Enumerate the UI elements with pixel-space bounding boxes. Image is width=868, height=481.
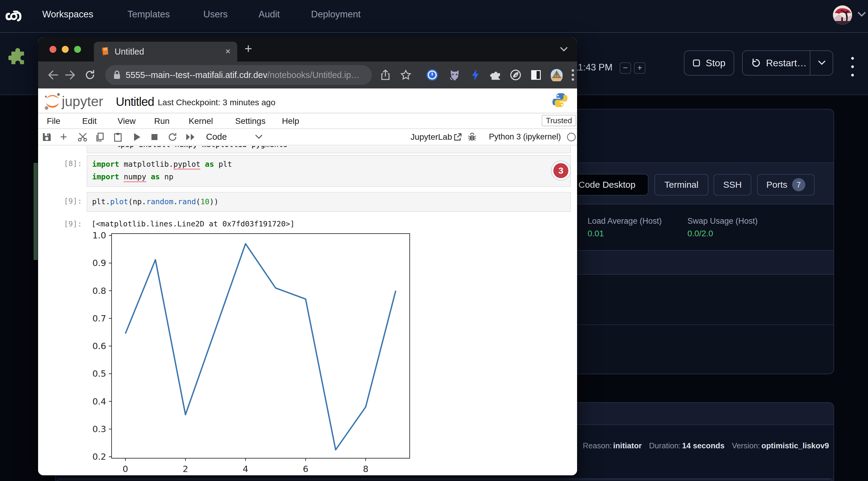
nav-item-workspaces[interactable]: Workspaces (42, 9, 93, 20)
cell8-prompt: [8]: (64, 157, 82, 170)
svg-text:1.0: 1.0 (92, 230, 106, 241)
paste-cell-icon[interactable] (110, 129, 126, 145)
github-extension-icon[interactable] (446, 62, 463, 89)
forward-icon[interactable] (62, 62, 79, 89)
svg-text:6: 6 (303, 464, 308, 474)
puzzle-extension-icon[interactable] (487, 62, 504, 89)
reload-icon[interactable] (82, 62, 98, 89)
terminal-button-label: Terminal (664, 180, 698, 190)
back-icon[interactable] (44, 62, 61, 89)
user-menu-chevron-icon[interactable] (857, 11, 866, 18)
nav-item-templates[interactable]: Templates (127, 9, 170, 20)
maximize-window-button[interactable] (74, 46, 81, 53)
nav-item-deployment[interactable]: Deployment (311, 9, 361, 20)
new-tab-button[interactable]: + (244, 41, 252, 56)
browser-tab[interactable]: Untitled × (94, 42, 237, 62)
stop-workspace-button[interactable]: Stop (684, 51, 734, 75)
terminal-button[interactable]: Terminal (654, 174, 708, 195)
browser-kebab-menu[interactable] (564, 62, 577, 89)
close-window-button[interactable] (50, 46, 56, 53)
clipped-code: %pip install numpy matplotlib pygments (87, 146, 570, 151)
coder-logo-icon[interactable] (5, 7, 23, 26)
build-duration-label: Duration: (649, 441, 681, 450)
collaborator-badge[interactable]: 3 (552, 161, 570, 180)
browser-titlebar[interactable]: Untitled × + (38, 37, 577, 62)
menu-edit[interactable]: Edit (82, 116, 97, 126)
menu-help[interactable]: Help (282, 116, 299, 126)
ports-button-label: Ports (766, 180, 787, 190)
decrease-time-button[interactable]: − (620, 62, 631, 74)
tent-extension-icon[interactable] (548, 62, 565, 89)
menu-file[interactable]: File (47, 116, 60, 126)
jupyter-logo-icon[interactable] (44, 91, 61, 110)
menu-view[interactable]: View (118, 116, 135, 126)
chevron-down-icon (818, 60, 826, 66)
jupyter-logo-text[interactable]: jupyter (62, 93, 103, 109)
ports-count-badge: 7 (792, 178, 805, 191)
svg-text:2: 2 (183, 464, 188, 474)
nav-item-audit[interactable]: Audit (258, 9, 280, 20)
next-card-edge (55, 479, 834, 481)
workspace-kebab-menu[interactable] (851, 57, 854, 77)
restart-run-all-icon[interactable] (182, 129, 199, 145)
increase-time-button[interactable]: + (634, 62, 646, 74)
clipped-cell[interactable]: %pip install numpy matplotlib pygments (87, 146, 571, 153)
interrupt-kernel-icon[interactable] (146, 129, 163, 145)
onepassword-extension-icon[interactable] (424, 62, 441, 89)
stat-value: 0.0/2.0 (687, 229, 713, 238)
svg-text:0.2: 0.2 (92, 452, 106, 462)
trusted-button[interactable]: Trusted (542, 115, 576, 126)
menu-run[interactable]: Run (154, 116, 169, 126)
restart-kernel-icon[interactable] (164, 129, 181, 145)
debugger-bug-icon[interactable] (465, 129, 479, 145)
share-icon[interactable] (377, 62, 394, 89)
jupyterlab-link[interactable]: JupyterLab (410, 129, 452, 145)
plus-icon: + (637, 63, 642, 72)
svg-text:4: 4 (243, 464, 248, 474)
external-link-icon[interactable] (452, 129, 464, 145)
minimize-window-button[interactable] (62, 46, 69, 53)
checkpoint-status: Last Checkpoint: 3 minutes ago (158, 98, 275, 107)
cell-type-chevron-icon[interactable] (253, 129, 265, 145)
cut-cell-icon[interactable] (74, 129, 91, 145)
lightning-extension-icon[interactable] (467, 62, 484, 89)
url-bar[interactable]: 5555--main--test--matifali.atif.cdr.dev/… (105, 65, 372, 85)
bookmark-star-icon[interactable] (397, 62, 414, 89)
kebab-dot (851, 65, 854, 68)
menu-settings[interactable]: Settings (235, 116, 266, 126)
matplotlib-figure: 0.20.30.40.50.60.70.80.91.002468 (86, 229, 428, 475)
top-navbar: Workspaces Templates Users Audit Deploym… (0, 0, 868, 33)
cell9-input[interactable]: plt.plot(np.random.rand(10)) (87, 192, 571, 212)
jupyter-toolbar: + Code (38, 128, 577, 146)
svg-text:0.4: 0.4 (92, 396, 106, 407)
run-cell-icon[interactable] (129, 129, 146, 145)
avatar[interactable] (833, 5, 852, 25)
cell9-prompt: [9]: (64, 195, 82, 207)
kebab-dot (851, 74, 854, 76)
ssh-button-label: SSH (723, 180, 742, 190)
menu-kernel[interactable]: Kernel (189, 116, 213, 126)
tab-search-chevron-icon[interactable] (560, 46, 568, 53)
leaf-extension-icon[interactable] (507, 62, 524, 89)
sidepanel-extension-icon[interactable] (528, 62, 545, 89)
kernel-name[interactable]: Python 3 (ipykernel) (489, 129, 564, 145)
add-cell-icon[interactable]: + (55, 129, 72, 145)
minus-icon: − (623, 63, 628, 72)
restart-options-button[interactable] (810, 51, 833, 75)
kebab-dot (851, 57, 854, 60)
ports-button[interactable]: Ports 7 (757, 174, 815, 195)
tab-title: Untitled (115, 47, 144, 57)
browser-toolbar: 5555--main--test--matifali.atif.cdr.dev/… (38, 62, 577, 89)
cell-type-select[interactable]: Code (206, 129, 239, 145)
stat-label: Load Average (Host) (588, 217, 662, 226)
cell8-input[interactable]: import matplotlib.pyplot as plt import n… (87, 155, 571, 187)
svg-text:0.3: 0.3 (92, 424, 106, 434)
nav-item-users[interactable]: Users (203, 9, 228, 20)
copy-cell-icon[interactable] (91, 129, 108, 145)
ssh-button[interactable]: SSH (714, 174, 751, 195)
tab-close-icon[interactable]: × (225, 46, 231, 56)
notebook-title[interactable]: Untitled (116, 95, 154, 108)
save-icon[interactable] (38, 129, 55, 145)
status-accent-bar (34, 163, 38, 260)
svg-text:8: 8 (363, 464, 368, 474)
